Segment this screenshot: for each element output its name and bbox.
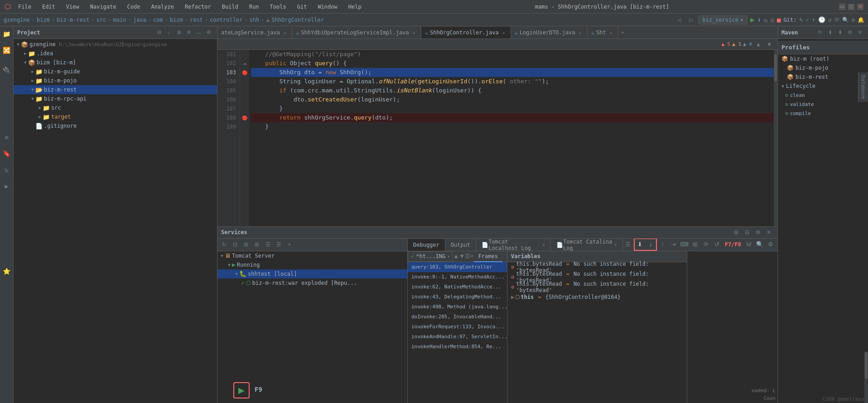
breadcrumb-controller[interactable]: controller — [210, 17, 242, 23]
breadcrumb-bizm2[interactable]: bizm — [170, 17, 183, 23]
tree-item-biz-m-rpc-api[interactable]: ▼ 📁 biz-m-rpc-api — [14, 94, 217, 103]
breadcrumb-java[interactable]: java — [133, 17, 146, 23]
scrollbar-thumb[interactable] — [774, 54, 777, 82]
maven-item-biz-m-rest[interactable]: 📦 biz-m-rest — [778, 72, 868, 82]
tree-item-biz-m-pojo[interactable]: ▶ 📁 biz-m-pojo — [14, 76, 217, 85]
frame-item-invoke43[interactable]: invoke:43, DelegatingMethod... — [408, 292, 507, 302]
tree-item-bizm[interactable]: ▼ 📦 bizm [biz-m] — [14, 58, 217, 67]
evaluate-button[interactable]: ⌨ — [680, 240, 690, 249]
tree-item-biz-m-rest[interactable]: ▼ 📂 biz-m-rest — [14, 85, 217, 94]
stop-button[interactable]: ■ — [777, 16, 781, 24]
menu-navigate[interactable]: Navigate — [87, 3, 120, 11]
maven-hide-button[interactable]: ✕ — [855, 28, 864, 37]
git-update-icon[interactable]: ✎ — [799, 16, 803, 23]
filter-button[interactable]: ☰ — [263, 240, 273, 249]
tab-sht[interactable]: ☕ Sht ✕ — [588, 27, 618, 38]
frame-add-button[interactable]: + — [470, 251, 474, 261]
frame-item-invoke498[interactable]: invoke:498, Method (java.lang... — [408, 302, 507, 312]
tab-tomcat-catalina-log[interactable]: 📄 Tomcat Catalina Log ✕ — [551, 239, 623, 251]
debug-settings-button[interactable]: M — [744, 240, 754, 249]
nav-forward-button[interactable]: ▷ — [686, 15, 695, 24]
more-tabs-button[interactable]: ▾ — [618, 27, 627, 38]
sidebar-run-icon[interactable]: ▶ — [1, 180, 13, 192]
tree-item-gzengine[interactable]: ▼ 📦 gzengine D:\JavaWork\HuaRun\GZEngine… — [14, 40, 217, 49]
var-item-this[interactable]: ▶ ⬡ this = {ShhOrgController@8164} — [507, 292, 687, 302]
breadcrumb-shh[interactable]: shh — [250, 17, 260, 23]
settings-button[interactable]: ⚙ — [753, 227, 763, 237]
sidebar-plugins-icon[interactable]: 🔌 — [1, 64, 13, 76]
tree-item-artifact[interactable]: ✓ ⬡ biz-m-rest:war exploded [Repu... — [217, 278, 407, 288]
search-button[interactable]: 🔍 — [755, 240, 765, 249]
menu-refactor[interactable]: Refactor — [181, 3, 215, 11]
trace-button[interactable]: ⊞ — [690, 240, 700, 249]
profiles-header[interactable]: Profiles — [778, 41, 868, 54]
restore-button[interactable]: ↺ — [712, 240, 722, 249]
breakpoint-icon[interactable]: 🔴 — [242, 115, 247, 120]
expand-button[interactable]: ↕ — [164, 28, 174, 37]
maven-download-sources-button[interactable]: ⬇ — [835, 28, 844, 37]
tab-close-icon[interactable]: ✕ — [614, 242, 617, 247]
tab-frames[interactable]: Frames — [474, 251, 502, 262]
lifecycle-header[interactable]: ▼ Lifecycle — [778, 82, 868, 91]
coverage-icon[interactable]: ◎ — [771, 16, 774, 24]
tab-output[interactable]: Output — [445, 239, 476, 251]
minimize-button[interactable]: — — [839, 4, 845, 10]
run-to-cursor-button[interactable]: ⇥ — [669, 240, 679, 249]
maven-item-biz-m-pojo[interactable]: 📦 biz-m-pojo — [778, 63, 868, 72]
tab-shhydbioperate[interactable]: ☕ ShhYdbiOperateLogServiceImpl.java ✕ — [292, 27, 421, 38]
menu-window[interactable]: Window — [314, 3, 341, 11]
menu-run[interactable]: Run — [246, 3, 263, 11]
tab-threads[interactable]: Threads — [502, 251, 507, 262]
close-button[interactable]: ✕ — [764, 227, 774, 237]
step-over-button[interactable]: ⬇ — [635, 240, 645, 249]
step-into-button[interactable]: ↓ — [646, 240, 656, 249]
add-button[interactable]: + — [285, 240, 294, 249]
tree-item-running[interactable]: ▼ ▶ Running — [217, 260, 407, 269]
breadcrumb-bizm[interactable]: bizm — [37, 17, 50, 23]
tab-close-icon[interactable]: ✕ — [501, 29, 507, 36]
tab-close-icon[interactable]: ✕ — [577, 29, 583, 36]
tree-item-tomcat[interactable]: ▼ 🖥 Tomcat Server — [217, 251, 407, 260]
sidebar-commit-icon[interactable]: 🔀 — [1, 44, 13, 56]
notifications-icon[interactable]: 🔔 — [858, 17, 864, 23]
menu-code[interactable]: Code — [124, 3, 144, 11]
drop-frame-button[interactable]: ⟳ — [701, 240, 711, 249]
group-button[interactable]: ⊞ — [252, 240, 262, 249]
sidebar-todo-icon[interactable]: ↻ — [1, 164, 13, 176]
tree-item-src[interactable]: ▶ 📁 src — [14, 103, 217, 112]
tree-item-biz-m-guide[interactable]: ▶ 📁 biz-m-guide — [14, 67, 217, 76]
reload-icon[interactable]: ↻ — [764, 16, 767, 24]
git-undo-icon[interactable]: ↺ — [828, 16, 832, 23]
step-out-button[interactable]: ↑ — [658, 240, 668, 249]
frame-item-invoke62[interactable]: invoke:62, NativeMethodAcce... — [408, 282, 507, 292]
breadcrumb-gzengine[interactable]: gzengine — [4, 17, 30, 23]
frame-item-invokehandler[interactable]: invokeHandlerMethod:854, Re... — [408, 342, 507, 352]
show-settings-button[interactable]: ☰ — [623, 240, 633, 249]
frame-item-query[interactable]: query:103, ShhOrgController — [408, 262, 507, 272]
tree-item-target[interactable]: ▶ 📁 target — [14, 112, 217, 121]
tab-close-icon[interactable]: ✕ — [282, 29, 288, 36]
tab-tomcat-localhost-log[interactable]: 📄 Tomcat Localhost Log ✕ — [476, 239, 551, 251]
maven-clean[interactable]: ⚙ clean — [778, 91, 868, 100]
refresh-button[interactable]: ↻ — [219, 240, 229, 249]
hide-button[interactable]: — — [194, 28, 203, 37]
maven-item-biz-m-root[interactable]: 📦 biz-m (root) — [778, 54, 868, 63]
collapse-button[interactable]: ⊟ — [230, 240, 240, 249]
more-button[interactable]: ⚙ — [766, 240, 776, 249]
maximize-button[interactable]: □ — [848, 4, 854, 10]
collapse-all-button[interactable]: ⊟ — [742, 227, 752, 237]
vertical-scrollbar[interactable] — [774, 50, 777, 226]
sidebar-favorites-icon[interactable]: ⭐ — [1, 265, 13, 277]
expand-all-button[interactable]: ⊞ — [731, 227, 741, 237]
menu-git[interactable]: Git — [294, 3, 311, 11]
tree-item-idea[interactable]: ▶ 📁 .idea — [14, 49, 217, 58]
menu-tools[interactable]: Tools — [266, 3, 290, 11]
nav-back-button[interactable]: ◁ — [675, 15, 684, 24]
frame-item-invoke0[interactable]: invoke:0:-1, NativeMethodAcc... — [408, 272, 507, 282]
frame-item-invokeand[interactable]: invokeAndHandle:97, ServletIn... — [408, 332, 507, 342]
menu-file[interactable]: File — [14, 3, 35, 11]
git-redo-icon[interactable]: ⟳ — [834, 16, 839, 23]
database-label[interactable]: Database — [858, 72, 868, 102]
frame-up-button[interactable]: ▲ — [453, 251, 459, 261]
sidebar-project-icon[interactable]: 📁 — [1, 28, 13, 40]
